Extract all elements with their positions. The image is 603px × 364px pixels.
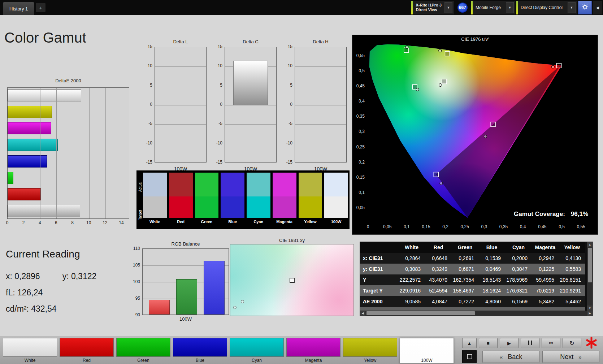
pattern-scroll-up-button[interactable]: ▲ <box>462 338 477 348</box>
pattern-label: 100W <box>400 358 453 363</box>
chevron-down-icon[interactable]: ▼ <box>506 2 514 13</box>
display-control-dropdown[interactable]: Direct Display Control ▼ <box>516 1 577 14</box>
busy-indicator-button[interactable] <box>584 337 599 350</box>
pattern-label: Cyan <box>230 358 284 363</box>
pattern-button-green[interactable]: Green <box>116 338 170 364</box>
red-asterisk-icon <box>585 337 598 350</box>
gridline <box>295 105 346 105</box>
target-swatch <box>324 196 348 218</box>
gridline <box>295 86 346 86</box>
stop-icon: ■ <box>487 341 490 346</box>
refresh-button[interactable]: ↻ <box>563 338 581 348</box>
gamut-coverage-value: 96,1% <box>571 211 588 218</box>
scroll-up-icon[interactable]: ▲ <box>587 242 593 247</box>
chevron-glyph: ▼ <box>447 6 450 9</box>
stop-button[interactable]: ■ <box>479 338 498 348</box>
table-horizontal-scrollbar[interactable]: ◀ ▶ <box>360 311 593 316</box>
table-row-label: ΔE ITP <box>360 307 398 311</box>
x-tick-label: 0,15 <box>422 224 430 229</box>
target-swatch <box>273 196 296 218</box>
delta-h-plot <box>295 47 347 162</box>
y-tick-label: 0,45 <box>352 83 365 88</box>
table-vertical-scrollbar[interactable]: ▲ ▼ <box>587 242 593 311</box>
actual-swatch <box>169 173 193 196</box>
swatch-label: Magenta <box>273 218 296 226</box>
history-tab[interactable]: History 1 <box>3 2 34 15</box>
pattern-button-blue[interactable]: Blue <box>173 338 227 364</box>
pattern-window-button[interactable] <box>462 350 477 363</box>
rgb-bar-green <box>176 279 197 315</box>
cie1931-chart: CIE 1931 xy <box>230 238 354 317</box>
pattern-button-white[interactable]: White <box>3 338 57 364</box>
scrollbar-thumb[interactable] <box>366 311 475 315</box>
gridline <box>105 88 106 218</box>
x-axis-label: 100W <box>142 316 229 322</box>
play-button[interactable]: ▶ <box>500 338 519 348</box>
chart-title: RGB Balance <box>142 241 229 247</box>
actual-row-label: Actual <box>137 173 143 201</box>
rgb-bar-blue <box>204 261 225 315</box>
delta-h-chart: Delta H 151050-5-10-15 100W <box>284 39 348 176</box>
actual-target-swatch-strip: Actual Target WhiteRedGreenBlueCyanMagen… <box>136 170 350 229</box>
current-reading: Current Reading x: 0,2896 y: 0,3122 fL: … <box>6 248 96 320</box>
add-tab-button[interactable]: + <box>36 3 45 12</box>
next-label: Next <box>560 353 573 361</box>
y-tick-label: 0,35 <box>352 114 365 119</box>
target-row-label: Target <box>137 201 143 229</box>
scroll-right-icon[interactable]: ▶ <box>587 311 593 316</box>
delta-l-plot <box>155 47 207 162</box>
delta-l-chart: Delta L 151050-5-10-15 100W <box>144 39 208 176</box>
table-row-label: Target Y <box>360 285 398 296</box>
y-tick-label: -15 <box>214 160 222 165</box>
y-tick-label: 90 <box>128 312 140 317</box>
pattern-label: Magenta <box>286 358 340 363</box>
table-cell: 0,3047 <box>505 264 532 274</box>
table-cell: 0,4130 <box>559 253 585 264</box>
table-cell: 0,1539 <box>478 253 505 264</box>
table-header: Green <box>452 242 478 253</box>
pause-button[interactable] <box>521 338 539 348</box>
swatch-column-green: Green <box>195 173 219 229</box>
chevron-down-icon[interactable]: ▼ <box>444 2 452 13</box>
chevron-down-icon[interactable]: ▼ <box>568 2 576 13</box>
x-tick-label: 0,5 <box>559 224 565 229</box>
scrollbar-thumb[interactable] <box>588 248 592 282</box>
settings-button[interactable] <box>578 1 592 14</box>
target-swatch <box>221 196 244 218</box>
gridline <box>40 88 40 218</box>
source-dropdown[interactable]: Mobile Forge ▼ <box>471 1 515 14</box>
table-cell: 0,2942 <box>532 253 559 264</box>
swatch-label: Yellow <box>299 218 322 226</box>
pattern-button-yellow[interactable]: Yellow <box>343 338 397 364</box>
pattern-button-magenta[interactable]: Magenta <box>286 338 340 364</box>
table-cell: 15,8026 <box>398 307 425 311</box>
next-button[interactable]: Next » <box>542 351 599 363</box>
continuous-measure-button[interactable]: ∞ <box>542 338 560 348</box>
rgb-balance-plot <box>142 248 229 315</box>
x-tick-label: 0 <box>6 220 9 225</box>
back-button[interactable]: « Back <box>482 351 539 363</box>
y-tick-label: 0,1 <box>352 190 365 195</box>
cie-measured-yellow <box>439 49 442 52</box>
gridline <box>155 144 206 144</box>
table-cell: 18,1624 <box>478 285 505 296</box>
scroll-down-icon[interactable]: ▼ <box>587 306 593 311</box>
meter-dropdown[interactable]: X-Rite i1Pro 3 Direct View ▼ <box>411 1 454 14</box>
y-tick-label: 15 <box>214 44 222 49</box>
pattern-button-cyan[interactable]: Cyan <box>230 338 284 364</box>
scroll-left-icon[interactable]: ◀ <box>360 311 365 316</box>
chart-title: Delta H <box>295 39 347 44</box>
cie-measured-red <box>551 65 554 68</box>
y-axis: 151050-5-10-15 <box>284 39 293 176</box>
gridline <box>295 144 346 144</box>
pattern-swatch <box>60 338 114 357</box>
collapse-panel-button[interactable]: ◀ <box>593 1 602 14</box>
deltae-bar-green <box>8 172 13 184</box>
plus-icon: + <box>39 5 42 11</box>
pattern-button-100w[interactable]: 100W <box>400 338 454 364</box>
cie1976-y-axis: 0,550,50,450,40,350,30,250,20,150,10,05 <box>352 35 366 234</box>
pattern-button-red[interactable]: Red <box>60 338 114 364</box>
table-header: Cyan <box>505 242 532 253</box>
x-tick-label: 0,3 <box>481 224 487 229</box>
source-name: Mobile Forge <box>476 5 503 10</box>
